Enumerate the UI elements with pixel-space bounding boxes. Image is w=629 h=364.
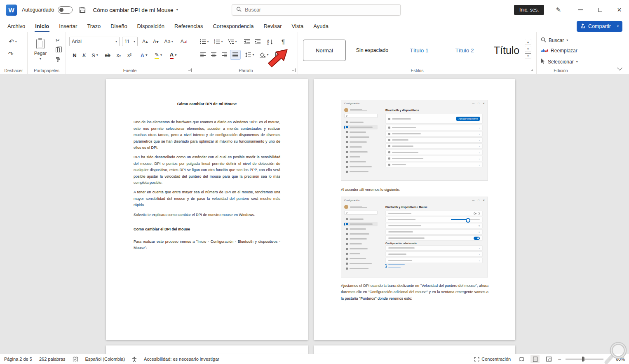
group-styles: Normal Sin espaciado Título 1 Título 2 T… <box>298 32 537 74</box>
document-title[interactable]: Cómo cambiar DPI de mi Mouse ▾ <box>93 7 178 13</box>
page-4-partial[interactable] <box>314 345 515 354</box>
web-layout-button[interactable] <box>544 355 553 363</box>
accessibility-status[interactable]: Accesibilidad: es necesario investigar <box>144 357 219 362</box>
style-titulo[interactable]: Título <box>487 40 526 61</box>
mini-maximize-icon: □ <box>478 102 479 105</box>
save-icon[interactable] <box>79 7 86 13</box>
bold-button[interactable]: N <box>70 50 79 60</box>
cut-button[interactable]: ✂ <box>52 36 63 45</box>
style-titulo-1[interactable]: Título 1 <box>398 40 441 61</box>
text-effects-button[interactable]: A▾ <box>138 50 150 60</box>
multilevel-list-button[interactable]: ▾ <box>226 37 239 46</box>
tab-insertar[interactable]: Insertar <box>54 20 82 32</box>
replace-button[interactable]: ab⇄ Reemplazar <box>541 48 577 54</box>
search-box[interactable] <box>232 4 401 16</box>
page-indicator[interactable]: Página 2 de 5 <box>4 357 32 362</box>
mini-sidebar <box>341 106 380 180</box>
grow-font-button[interactable]: A▴ <box>140 37 150 46</box>
font-name-combo[interactable]: Arial▾ <box>69 37 120 46</box>
language-indicator[interactable]: Español (Colombia) <box>85 357 125 362</box>
change-case-button[interactable]: Aa▾ <box>162 37 175 46</box>
justify-button[interactable] <box>230 50 240 59</box>
mini-page-heading: Bluetooth y dispositivos <box>385 109 483 112</box>
align-center-button[interactable] <box>209 50 219 59</box>
zoom-slider-handle[interactable] <box>582 357 584 362</box>
pilcrow-icon: ¶ <box>282 38 285 45</box>
mini-minimize-icon: — <box>472 199 474 202</box>
superscript-button[interactable]: x² <box>124 50 134 60</box>
mini-nav-item <box>344 120 378 124</box>
italic-button[interactable]: K <box>80 50 88 60</box>
shrink-font-button[interactable]: A▾ <box>151 37 161 46</box>
mini-nav-item <box>344 232 378 236</box>
word-count[interactable]: 262 palabras <box>39 357 66 362</box>
mini-nav-item-active <box>344 222 378 226</box>
page-2[interactable]: Configuración —□✕ Bluetooth y dispositi <box>314 79 515 340</box>
close-button[interactable]: × <box>610 0 629 20</box>
subscript-button[interactable]: x₂ <box>114 50 124 60</box>
paste-button[interactable]: Pegar ▾ <box>30 35 51 63</box>
mini-avatar <box>344 205 348 209</box>
strikethrough-button[interactable]: ab <box>102 50 113 60</box>
focus-mode-button[interactable]: Concentración <box>474 357 511 362</box>
tab-trazo[interactable]: Trazo <box>82 20 106 32</box>
bullets-button[interactable]: ▾ <box>198 37 211 46</box>
tab-correspondencia[interactable]: Correspondencia <box>208 20 258 32</box>
font-color-button[interactable]: A▾ <box>167 50 180 60</box>
mini-nav-item <box>344 251 378 256</box>
proofing-icon[interactable] <box>73 357 78 362</box>
underline-button[interactable]: S▾ <box>89 50 101 60</box>
numbering-button[interactable]: 123▾ <box>212 37 225 46</box>
tab-revisar[interactable]: Revisar <box>258 20 286 32</box>
gallery-up-icon[interactable]: ▴ <box>525 39 531 45</box>
tab-ayuda[interactable]: Ayuda <box>308 20 333 32</box>
zoom-slider[interactable] <box>566 359 603 359</box>
style-normal[interactable]: Normal <box>303 40 346 61</box>
tab-inicio[interactable]: Inicio <box>30 20 54 32</box>
mini-nav-item <box>344 261 378 266</box>
font-size-combo[interactable]: 11▾ <box>122 37 138 46</box>
align-right-button[interactable] <box>220 50 230 59</box>
group-font: Arial▾ 11▾ A▴ A▾ Aa▾ A◢ N K S▾ ab x₂ x² … <box>66 32 194 74</box>
format-painter-button[interactable] <box>52 55 63 63</box>
collapse-ribbon-chevron-icon[interactable] <box>617 65 622 70</box>
sort-button[interactable]: AZ <box>264 37 276 46</box>
undo-button[interactable]: ↶▾ <box>6 37 20 46</box>
page-3-partial[interactable] <box>106 345 308 354</box>
maximize-button[interactable] <box>590 0 610 20</box>
doc-paragraph: Uno de los elementos de hardware que usa… <box>134 119 280 151</box>
read-mode-button[interactable] <box>517 355 526 363</box>
print-layout-button[interactable] <box>530 355 540 363</box>
align-left-button[interactable] <box>198 50 208 59</box>
mini-nav-item <box>344 242 378 246</box>
sign-in-button[interactable]: Inic. ses. <box>514 5 544 15</box>
find-button[interactable]: Buscar ▾ <box>541 37 568 44</box>
autosave-toggle[interactable] <box>58 6 73 14</box>
style-sin-espaciado[interactable]: Sin espaciado <box>349 40 395 61</box>
tab-diseno[interactable]: Diseño <box>106 20 132 32</box>
minimize-button[interactable] <box>571 0 590 20</box>
highlight-color-button[interactable]: ✎▾ <box>152 50 165 60</box>
clear-formatting-button[interactable]: A◢ <box>178 37 189 46</box>
search-input[interactable] <box>245 7 396 13</box>
inking-pen-icon[interactable]: ✎ <box>556 6 561 14</box>
gallery-down-icon[interactable]: ▾ <box>525 46 531 52</box>
redo-button[interactable]: ↷ <box>6 49 16 59</box>
format-painter-icon <box>55 57 60 62</box>
tab-archivo[interactable]: Archivo <box>2 20 30 32</box>
share-button[interactable]: Compartir ▾ <box>577 21 622 32</box>
tab-disposicion[interactable]: Disposición <box>132 20 169 32</box>
decrease-indent-button[interactable] <box>242 37 252 46</box>
increase-indent-button[interactable] <box>253 37 263 46</box>
tab-referencias[interactable]: Referencias <box>169 20 208 32</box>
accessibility-icon[interactable] <box>132 357 137 362</box>
copy-button[interactable] <box>52 46 63 54</box>
page-1[interactable]: Cómo cambiar DPI de mi Mouse Uno de los … <box>106 79 308 340</box>
tab-vista[interactable]: Vista <box>287 20 309 32</box>
style-titulo-2[interactable]: Título 2 <box>443 40 486 61</box>
line-spacing-button[interactable]: ▾ <box>244 50 256 59</box>
zoom-out-button[interactable]: − <box>558 356 561 362</box>
select-button[interactable]: Seleccionar ▾ <box>541 59 578 65</box>
embedded-screenshot-settings-bluetooth: Configuración —□✕ Bluetooth y dispositi <box>341 100 488 181</box>
gallery-expand-icon[interactable]: ▾ <box>525 53 531 59</box>
